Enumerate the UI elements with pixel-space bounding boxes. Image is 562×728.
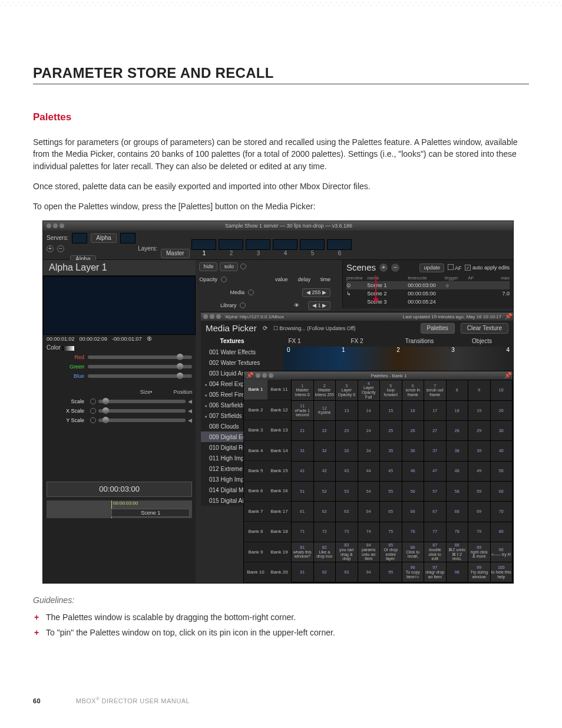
update-button[interactable]: update <box>419 263 444 272</box>
palette-cell[interactable]: 52 <box>314 482 336 501</box>
plus-icon[interactable]: + <box>47 245 54 252</box>
palette-cell[interactable]: 17 <box>424 401 446 420</box>
scene-row[interactable]: Scene 300:00:05:24 <box>346 298 510 306</box>
palette-cell[interactable]: 88⌘Z undo ⌘⇧Z redo, <box>447 542 468 562</box>
palette-cell[interactable]: 99Try sizing window <box>468 562 490 582</box>
palette-cell[interactable]: 69 <box>468 502 490 521</box>
bank-button[interactable]: Bank 20 <box>267 562 291 582</box>
layer-thumb[interactable] <box>273 239 297 250</box>
palette-cell[interactable]: 86Click to recall, <box>402 542 424 562</box>
palette-cell[interactable]: 59 <box>468 482 490 501</box>
palette-cell[interactable]: 77 <box>424 522 446 542</box>
palette-cell[interactable]: 20 <box>491 401 513 420</box>
palette-cell[interactable]: 16 <box>402 401 424 420</box>
bank-button[interactable]: Bank 8 <box>244 522 267 542</box>
palette-cell[interactable]: 91 <box>292 562 313 582</box>
palette-cell[interactable]: 68 <box>447 502 468 521</box>
bank-button[interactable]: Bank 19 <box>267 542 291 562</box>
palette-cell[interactable]: 93 <box>336 562 358 582</box>
scale-slider[interactable] <box>98 400 186 403</box>
palette-cell[interactable]: 73 <box>336 522 358 542</box>
palette-cell[interactable]: 63 <box>336 502 358 521</box>
layer-number[interactable]: 6 <box>328 250 352 257</box>
bank-button[interactable]: Bank 3 <box>244 420 267 440</box>
palette-cell[interactable]: 13 <box>336 401 358 420</box>
window-controls[interactable] <box>47 223 64 228</box>
layer-thumb[interactable] <box>246 239 270 250</box>
palette-cell[interactable]: 80 <box>491 522 513 542</box>
layer-number[interactable]: 5 <box>300 250 325 257</box>
palette-cell[interactable]: 2Master Intens 255 <box>314 380 336 400</box>
palette-cell[interactable]: 26 <box>402 421 424 440</box>
palette-cell[interactable]: 18 <box>447 401 468 420</box>
palette-cell[interactable]: 47 <box>424 462 446 481</box>
palette-cell[interactable]: 95 <box>380 562 402 582</box>
palette-cell[interactable]: 19 <box>468 401 490 420</box>
palette-cell[interactable]: 29 <box>468 421 490 440</box>
clear-texture-button[interactable]: Clear Texture <box>461 323 508 334</box>
palette-cell[interactable]: 81whats this window? <box>292 542 313 562</box>
palette-cell[interactable]: 60 <box>491 482 513 501</box>
radio-icon[interactable] <box>240 302 246 308</box>
scale-slider[interactable] <box>98 409 186 413</box>
bank-button[interactable]: Bank 13 <box>267 420 291 440</box>
palette-cell[interactable]: 31 <box>292 441 313 460</box>
palette-cell[interactable]: 84params onto an item <box>358 542 380 562</box>
minimize-icon[interactable] <box>262 373 267 378</box>
palette-cell[interactable]: 55 <box>380 482 402 501</box>
bank-button[interactable]: Bank 14 <box>267 441 291 461</box>
red-slider[interactable] <box>88 355 192 359</box>
palette-cell[interactable]: 38 <box>447 441 468 460</box>
close-icon[interactable] <box>47 223 51 228</box>
palette-cell[interactable]: 39 <box>468 441 490 460</box>
close-icon[interactable] <box>256 373 260 378</box>
bank-button[interactable]: Bank 2 <box>244 400 267 420</box>
bank-button[interactable]: Bank 12 <box>267 400 291 420</box>
layer-thumb[interactable] <box>327 239 352 250</box>
palette-cell[interactable]: 14 <box>358 401 380 420</box>
palette-cell[interactable]: 96To copy item=> <box>402 562 424 582</box>
palette-cell[interactable]: 62 <box>314 502 336 521</box>
bank-button[interactable]: Bank 10 <box>244 562 267 582</box>
value-stepper[interactable]: ◀ 255 ▶ <box>302 288 330 297</box>
close-icon[interactable] <box>203 314 208 319</box>
palette-cell[interactable]: 4Layer Opacity Full <box>358 380 380 400</box>
zoom-icon[interactable] <box>59 223 64 228</box>
palette-cell[interactable]: 98 <box>447 562 468 582</box>
palette-cell[interactable]: 3Layer Opacity 0 <box>336 380 358 400</box>
media-timeline[interactable]: 01234 <box>283 347 513 371</box>
mp-tab[interactable]: Objects <box>451 338 513 345</box>
zoom-icon[interactable] <box>216 314 221 319</box>
palette-cell[interactable]: 92 <box>314 562 336 582</box>
palette-cell[interactable]: 71 <box>292 522 313 542</box>
bank-button[interactable]: Bank 6 <box>244 482 267 502</box>
palette-cell[interactable]: 58 <box>447 482 468 501</box>
palette-cell[interactable]: 21 <box>292 421 313 440</box>
palette-cell[interactable]: 7scrub out frame <box>424 380 446 400</box>
palette-cell[interactable]: 79 <box>468 522 490 542</box>
minimize-icon[interactable] <box>210 314 214 319</box>
media-list-item[interactable]: 002 Water Textures <box>201 357 283 368</box>
palette-cell[interactable]: 9 <box>468 380 490 400</box>
radio-icon[interactable] <box>221 276 227 282</box>
bank-button[interactable]: Bank 4 <box>244 441 267 461</box>
scale-slider[interactable] <box>98 419 186 422</box>
palette-cell[interactable]: 37 <box>424 441 446 460</box>
palette-cell[interactable]: 74 <box>358 522 380 542</box>
palette-cell[interactable]: 90<----- try it! <box>491 542 513 562</box>
bank-button[interactable]: Bank 11 <box>267 380 291 400</box>
bank-button[interactable]: Bank 16 <box>267 482 291 502</box>
palette-cell[interactable]: 11xFade 1 second <box>292 401 313 420</box>
layer-number[interactable]: 1 <box>192 250 217 257</box>
palette-cell[interactable]: 87double click to edit <box>424 542 446 562</box>
refresh-icon[interactable]: ⟳ <box>263 325 267 332</box>
palette-cell[interactable]: 65 <box>380 502 402 521</box>
mp-tab[interactable]: Textures <box>201 338 263 345</box>
palette-cell[interactable]: 50 <box>491 462 513 481</box>
palette-cell[interactable]: 43 <box>336 462 358 481</box>
radio-icon[interactable] <box>90 408 96 414</box>
bank-button[interactable]: Bank 17 <box>267 502 291 522</box>
palette-cell[interactable]: 15 <box>380 401 402 420</box>
auto-apply-checkbox[interactable]: ✓ <box>465 265 471 271</box>
palette-cell[interactable]: 51 <box>292 482 313 501</box>
